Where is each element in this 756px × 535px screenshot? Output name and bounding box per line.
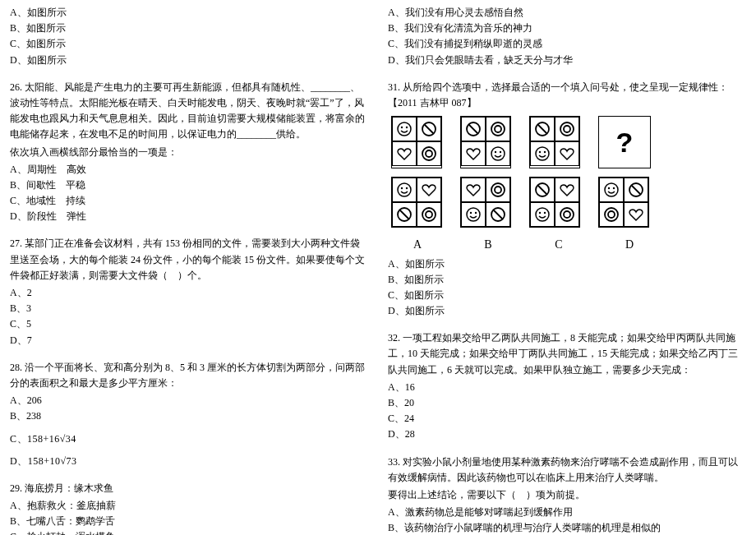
q28-opt-d: D、158+10√73 (10, 454, 368, 469)
q26-opt-a: A、周期性 高效 (10, 162, 368, 178)
svg-point-40 (560, 208, 574, 221)
q26-opt-b: B、间歇性 平稳 (10, 178, 368, 193)
q30-opt-a: A、我们没有用心灵去感悟自然 (388, 5, 746, 21)
q25-options: A、如图所示 B、如图所示 C、如图所示 D、如图所示 (10, 5, 368, 68)
q28-opt-b: B、238 (10, 408, 368, 424)
seq-grid-2 (460, 116, 511, 168)
svg-line-4 (425, 125, 434, 134)
q27-stem: 27. 某部门正在准备会议材料，共有 153 份相同的文件，需要装到大小两种文件… (10, 236, 368, 284)
q32-opt-d: D、28 (388, 427, 746, 442)
heart-icon (461, 178, 486, 202)
seq-grid-1 (391, 116, 442, 168)
svg-point-9 (491, 122, 505, 136)
svg-line-34 (494, 210, 503, 219)
opt-grid-b (460, 177, 511, 228)
q32-opt-b: B、20 (388, 395, 746, 411)
q26-opt-d: D、阶段性 弹性 (10, 209, 368, 224)
heart-icon (417, 178, 441, 202)
q29-opt-c: C、趁火打劫：浑水摸鱼 (10, 529, 368, 535)
heart-icon (555, 141, 579, 166)
svg-point-1 (401, 127, 403, 128)
label-c: C (532, 236, 585, 254)
svg-point-47 (605, 208, 618, 221)
smile-icon (599, 178, 624, 202)
svg-point-17 (564, 126, 570, 132)
q25-opt-b: B、如图所示 (10, 21, 368, 36)
heart-icon (461, 141, 486, 166)
label-a: A (391, 236, 444, 254)
q28-opt-c: C、158+16√34 (10, 431, 368, 447)
heart-icon (392, 141, 417, 166)
circle-icon (417, 141, 441, 166)
q33-opt-a: A、激素药物总是能够对哮喘起到缓解作用 (388, 505, 746, 520)
q27-opt-c: C、5 (10, 316, 368, 332)
svg-point-2 (406, 127, 408, 128)
svg-point-48 (608, 211, 615, 218)
q32: 32. 一项工程如果交给甲乙两队共同施工，8 天能完成；如果交给甲丙两队共同施工… (388, 330, 746, 442)
q32-opt-a: A、16 (388, 380, 746, 395)
q29-stem: 29. 海底捞月：缘木求鱼 (10, 481, 368, 496)
svg-point-32 (475, 212, 477, 214)
seq-grid-3 (529, 116, 580, 168)
opt-grid-c (529, 177, 580, 228)
svg-point-42 (605, 183, 618, 196)
circle-icon (555, 117, 579, 141)
q33-opt-b: B、该药物治疗小鼠哮喘的机理与治疗人类哮喘的机理是相似的 (388, 520, 746, 535)
q29: 29. 海底捞月：缘木求鱼 A、抱薪救火：釜底抽薪 B、七嘴八舌：鹦鹉学舌 C、… (10, 481, 368, 535)
q31-opt-b: B、如图所示 (388, 272, 746, 288)
left-column: A、如图所示 B、如图所示 C、如图所示 D、如图所示 26. 太阳能、风能是产… (0, 0, 378, 535)
svg-point-44 (613, 187, 615, 189)
svg-point-28 (491, 183, 505, 196)
forbidden-icon (624, 178, 648, 202)
smile-icon (461, 202, 486, 227)
q30-options: A、我们没有用心灵去感悟自然 B、我们没有化清流为音乐的神力 C、我们没有捕捉到… (388, 5, 746, 68)
q25-opt-c: C、如图所示 (10, 36, 368, 52)
circle-icon (599, 202, 624, 227)
svg-point-29 (495, 187, 501, 193)
q32-stem: 32. 一项工程如果交给甲乙两队共同施工，8 天能完成；如果交给甲丙两队共同施工… (388, 330, 746, 378)
q31-option-labels: A B C D (388, 236, 746, 254)
svg-line-15 (538, 125, 547, 134)
q25-opt-d: D、如图所示 (10, 53, 368, 68)
svg-point-11 (491, 147, 505, 160)
label-d: D (603, 236, 656, 254)
q31-figure: ? (388, 116, 746, 254)
q28-stem: 28. 沿一个平面将长、宽和高分别为 8、5 和 3 厘米的长方体切割为两部分，… (10, 360, 368, 391)
svg-point-27 (426, 211, 432, 218)
q29-opt-a: A、抱薪救火：釜底抽薪 (10, 498, 368, 514)
svg-point-20 (544, 151, 546, 153)
circle-icon (417, 202, 441, 227)
q31-options-row (388, 177, 746, 228)
label-b: B (462, 236, 514, 254)
svg-point-22 (401, 187, 403, 189)
svg-point-30 (467, 208, 480, 221)
q31-sequence-row: ? (388, 116, 746, 168)
svg-point-23 (406, 187, 408, 189)
forbidden-icon (530, 178, 555, 202)
smile-icon (486, 141, 510, 166)
smile-icon (530, 202, 555, 227)
opt-grid-a (391, 177, 442, 228)
question-mark-box: ? (598, 116, 651, 168)
q28-opt-a: A、206 (10, 393, 368, 408)
svg-point-5 (422, 147, 436, 160)
svg-line-8 (469, 125, 478, 134)
q31-opt-a: A、如图所示 (388, 256, 746, 272)
forbidden-icon (417, 117, 441, 141)
svg-point-12 (495, 151, 496, 153)
q26-prompt: 依次填入画横线部分最恰当的一项是： (10, 145, 368, 160)
q26-stem: 26. 太阳能、风能是产生电力的主要可再生新能源，但都具有随机性、_______… (10, 80, 368, 143)
q33-stem: 33. 对实验小鼠小剂量地使用某种激素药物来治疗哮喘不会造成副作用，而且可以有效… (388, 454, 746, 486)
q29-opt-b: B、七嘴八舌：鹦鹉学舌 (10, 514, 368, 529)
circle-icon (555, 202, 579, 227)
right-column: A、我们没有用心灵去感悟自然 B、我们没有化清流为音乐的神力 C、我们没有捕捉到… (378, 0, 756, 535)
q33: 33. 对实验小鼠小剂量地使用某种激素药物来治疗哮喘不会造成副作用，而且可以有效… (388, 454, 746, 535)
circle-icon (486, 178, 510, 202)
q26: 26. 太阳能、风能是产生电力的主要可再生新能源，但都具有随机性、_______… (10, 80, 368, 225)
svg-point-19 (539, 151, 541, 153)
q27: 27. 某部门正在准备会议材料，共有 153 份相同的文件，需要装到大小两种文件… (10, 236, 368, 348)
q31-opt-c: C、如图所示 (388, 288, 746, 303)
svg-line-46 (632, 186, 641, 195)
q31-stem: 31. 从所给四个选项中，选择最合适的一个填入问号处，使之呈现一定规律性：【20… (388, 80, 746, 111)
q32-opt-c: C、24 (388, 411, 746, 427)
